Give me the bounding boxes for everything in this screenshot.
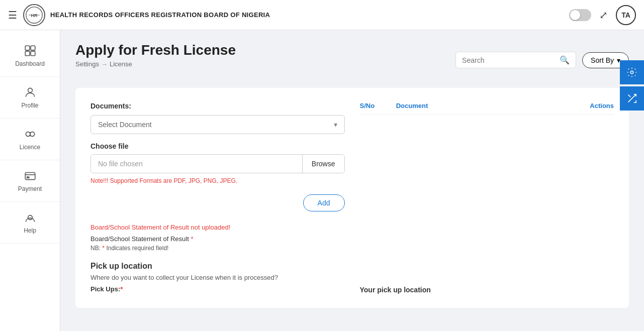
pickups-required-star: * — [120, 285, 123, 293]
settings-fab[interactable] — [620, 60, 644, 84]
top-bar: Apply for Fresh License Settings → Licen… — [75, 42, 629, 78]
main-content: Apply for Fresh License Settings → Licen… — [60, 30, 644, 331]
sidebar: Dashboard Profile Licence Payment — [0, 30, 60, 331]
layout: Dashboard Profile Licence Payment — [0, 30, 644, 331]
col-header-document: Document — [396, 102, 541, 109]
error-message: Board/School Statement of Result not upl… — [90, 224, 345, 231]
select-document-dropdown[interactable]: Select Document ▾ — [90, 115, 345, 134]
documents-label: Documents: — [90, 102, 345, 110]
pickup-title: Pick up location — [90, 262, 345, 271]
select-document-arrow-icon: ▾ — [334, 121, 337, 129]
shuffle-fab[interactable] — [620, 86, 644, 111]
menu-icon[interactable]: ☰ — [8, 9, 17, 21]
svg-point-8 — [26, 132, 30, 137]
search-box: 🔍 — [455, 52, 576, 68]
right-pickup-title: Your pick up location — [360, 286, 614, 294]
file-input-row: No file chosen Browse — [90, 154, 345, 173]
add-button[interactable]: Add — [303, 194, 345, 211]
sidebar-licence-label: Licence — [20, 144, 40, 151]
sidebar-profile-label: Profile — [21, 102, 38, 109]
header: ☰ HR HEALTH RECORDS OFFICERS REGISTRATIO… — [0, 0, 644, 30]
pickups-label: Pick Ups:* — [90, 285, 345, 293]
org-logo: HR — [23, 4, 45, 26]
svg-rect-5 — [25, 51, 30, 56]
breadcrumb: Settings → License — [75, 60, 236, 68]
svg-text:HR: HR — [31, 13, 38, 18]
fab-container — [620, 60, 644, 111]
right-panel: S/No Document Actions Your pick up locat… — [360, 102, 614, 294]
licence-icon — [24, 128, 37, 141]
search-input[interactable] — [462, 56, 560, 64]
org-name: HEALTH RECORDS OFFICERS REGISTRATION BOA… — [50, 11, 569, 19]
sidebar-help-label: Help — [24, 227, 36, 234]
pickup-description: Where do you want to collect your Licens… — [90, 274, 345, 281]
left-panel: Documents: Select Document ▾ Choose file… — [90, 102, 345, 294]
svg-point-9 — [30, 132, 35, 137]
sidebar-dashboard-label: Dashboard — [15, 60, 45, 67]
add-button-row: Add — [90, 194, 345, 211]
theme-toggle[interactable] — [569, 9, 591, 21]
card-grid: Documents: Select Document ▾ Choose file… — [90, 102, 614, 294]
svg-rect-4 — [31, 46, 35, 50]
svg-rect-10 — [25, 173, 35, 180]
user-avatar[interactable]: TA — [616, 5, 636, 25]
dashboard-icon — [24, 44, 37, 57]
svg-rect-6 — [31, 51, 35, 56]
file-format-note: Note!!! Supported Formats are PDF, JPG, … — [90, 177, 345, 184]
sidebar-item-help[interactable]: Help — [0, 202, 60, 244]
svg-point-7 — [28, 88, 32, 92]
main-card: Documents: Select Document ▾ Choose file… — [75, 88, 629, 308]
col-header-actions: Actions — [541, 102, 614, 109]
search-icon: 🔍 — [560, 55, 570, 65]
breadcrumb-settings: Settings — [75, 60, 99, 68]
help-icon — [24, 211, 37, 224]
table-headers: S/No Document Actions — [360, 102, 614, 115]
svg-rect-3 — [25, 46, 30, 50]
file-name-display: No file chosen — [91, 155, 302, 173]
pickup-section: Pick up location Where do you want to co… — [90, 262, 345, 293]
sidebar-item-payment[interactable]: Payment — [0, 160, 60, 202]
field-required-star: * — [191, 235, 193, 243]
choose-file-label: Choose file — [90, 142, 345, 150]
breadcrumb-arrow: → — [101, 60, 108, 68]
sidebar-item-licence[interactable]: Licence — [0, 119, 60, 160]
svg-point-13 — [630, 71, 633, 74]
settings-fab-icon — [626, 67, 637, 78]
page-title: Apply for Fresh License — [75, 42, 236, 58]
breadcrumb-license: License — [110, 60, 132, 68]
shuffle-fab-icon — [626, 93, 637, 104]
expand-icon[interactable]: ⤢ — [599, 9, 608, 21]
sidebar-item-dashboard[interactable]: Dashboard — [0, 35, 60, 77]
profile-icon — [24, 86, 37, 99]
select-document-placeholder: Select Document — [98, 121, 152, 129]
toggle-knob — [570, 10, 580, 20]
sidebar-item-profile[interactable]: Profile — [0, 77, 60, 119]
browse-button[interactable]: Browse — [302, 155, 344, 173]
col-header-sno: S/No — [360, 102, 396, 109]
sidebar-payment-label: Payment — [18, 185, 42, 192]
sort-by-label: Sort By — [591, 56, 614, 64]
nb-required-star: * — [102, 245, 105, 252]
nb-text: NB: * Indicates required field! — [90, 245, 345, 252]
field-label: Board/School Statement of Result * — [90, 235, 345, 243]
payment-icon — [24, 169, 37, 182]
svg-point-12 — [28, 215, 32, 220]
svg-rect-11 — [27, 177, 29, 178]
